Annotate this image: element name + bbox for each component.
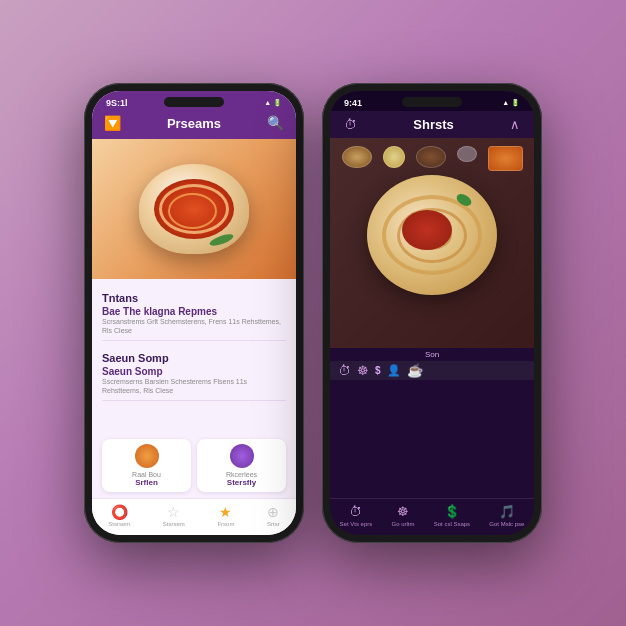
stat1-box[interactable]: Raal Bou Srflen xyxy=(102,439,191,492)
nav2-item-3[interactable]: 💲 Sot csl Ssaps xyxy=(434,504,470,528)
status-bar-right: 9:41 ▲ 🔋 xyxy=(330,91,534,111)
timer-icon-right[interactable]: ⏱ xyxy=(344,117,357,132)
item2-desc: Sscremserns Barslen Schesterems Flsens 1… xyxy=(102,377,286,395)
nav2-icon-1: ⏱ xyxy=(349,504,362,519)
phones-container: 9S:1l ▲ 🔋 🔽 Prseams 🔍 xyxy=(64,63,562,563)
hero-image-right xyxy=(330,138,534,348)
app-title-right: Shrsts xyxy=(413,117,453,132)
nav-item-1[interactable]: ⭕ Stsrsem xyxy=(108,504,130,527)
content-area-left: Tntans Bae The klagna Repmes Scrsanstrem… xyxy=(92,279,296,433)
nav2-item-2[interactable]: ☸ Go urltm xyxy=(392,504,415,528)
settings-icon: ☸ xyxy=(357,363,369,378)
status-icons-right: ▲ 🔋 xyxy=(502,99,520,107)
nav-icon-2: ☆ xyxy=(167,504,180,520)
small-bowl-3 xyxy=(416,146,446,168)
status-icons-left: ▲ 🔋 xyxy=(264,99,282,107)
nav-label-3: Frsom xyxy=(217,521,234,527)
stat2-label: Rkcerlees xyxy=(202,471,281,478)
price-row: ⏱ ☸ $ 👤 ☕ xyxy=(330,361,534,380)
pasta-sauce xyxy=(402,210,452,250)
nav2-label-2: Go urltm xyxy=(392,521,415,528)
food-content xyxy=(154,179,234,239)
nav-item-3[interactable]: ★ Frsom xyxy=(217,504,234,527)
nav2-label-4: Got Mslc pse xyxy=(489,521,524,528)
stat1-circle xyxy=(135,444,159,468)
nav-item-2[interactable]: ☆ Stsrsem xyxy=(163,504,185,527)
status-time-right: 9:41 xyxy=(344,98,362,108)
bottom-nav-left: ⭕ Stsrsem ☆ Stsrsem ★ Frsom ⊕ Srtsr xyxy=(92,498,296,535)
stat1-label: Raal Bou xyxy=(107,471,186,478)
son-label: Son xyxy=(330,348,534,361)
stats-row: Raal Bou Srflen Rkcerlees Stersfly xyxy=(92,433,296,498)
glass-bowl xyxy=(457,146,477,162)
app-header-right: ⏱ Shrsts ∧ xyxy=(330,111,534,138)
hero-image-left xyxy=(92,139,296,279)
nav-label-2: Stsrsem xyxy=(163,521,185,527)
status-bar-left: 9S:1l ▲ 🔋 xyxy=(92,91,296,111)
top-bowls-row xyxy=(330,138,534,175)
nav2-item-1[interactable]: ⏱ Set Vts eprs xyxy=(340,504,373,528)
main-pasta-bowl xyxy=(367,175,497,295)
stat2-value: Stersfly xyxy=(202,478,281,487)
nav2-item-4[interactable]: 🎵 Got Mslc pse xyxy=(489,504,524,528)
nav-icon-1: ⭕ xyxy=(111,504,128,520)
nav-item-4[interactable]: ⊕ Srtsr xyxy=(267,504,280,527)
phone-left-screen: 9S:1l ▲ 🔋 🔽 Prseams 🔍 xyxy=(92,91,296,535)
price-value: $ xyxy=(375,365,381,376)
nav2-icon-3: 💲 xyxy=(444,504,460,519)
bread-item xyxy=(488,146,523,171)
chevron-up-icon[interactable]: ∧ xyxy=(510,117,520,132)
status-time-left: 9S:1l xyxy=(106,98,128,108)
nav2-icon-4: 🎵 xyxy=(499,504,515,519)
search-icon-left[interactable]: 🔍 xyxy=(267,115,284,131)
phone-left: 9S:1l ▲ 🔋 🔽 Prseams 🔍 xyxy=(84,83,304,543)
item2-name[interactable]: Saeun Somp xyxy=(102,366,286,377)
small-bowl-1 xyxy=(342,146,372,168)
back-icon-left[interactable]: 🔽 xyxy=(104,115,121,131)
clock-icon: ⏱ xyxy=(338,363,351,378)
section1-title: Tntans xyxy=(102,292,286,304)
nav-icon-4: ⊕ xyxy=(267,504,279,520)
cup-icon: ☕ xyxy=(407,363,423,378)
nav2-icon-2: ☸ xyxy=(397,504,409,519)
app-header-left: 🔽 Prseams 🔍 xyxy=(92,111,296,139)
nav2-label-3: Sot csl Ssaps xyxy=(434,521,470,528)
stat2-circle xyxy=(230,444,254,468)
stat1-value: Srflen xyxy=(107,478,186,487)
noodle-spiral xyxy=(159,184,229,234)
stat2-box[interactable]: Rkcerlees Stersfly xyxy=(197,439,286,492)
phone-right-screen: 9:41 ▲ 🔋 ⏱ Shrsts ∧ xyxy=(330,91,534,535)
item1-name[interactable]: Bae The klagna Repmes xyxy=(102,306,286,317)
section1: Tntans Bae The klagna Repmes Scrsanstrem… xyxy=(102,287,286,341)
section2-title: Saeun Somp xyxy=(102,352,286,364)
nav-icon-3: ★ xyxy=(219,504,232,520)
item1-desc: Scrsanstrems Grlt Schemsterens, Frens 11… xyxy=(102,317,286,335)
section2: Saeun Somp Saeun Somp Sscremserns Barsle… xyxy=(102,347,286,401)
bottom-nav-right: ⏱ Set Vts eprs ☸ Go urltm 💲 Sot csl Ssap… xyxy=(330,498,534,535)
food-bowl xyxy=(139,164,249,254)
small-bowl-2 xyxy=(383,146,405,168)
nav-label-4: Srtsr xyxy=(267,521,280,527)
nav-label-1: Stsrsem xyxy=(108,521,130,527)
phone-right: 9:41 ▲ 🔋 ⏱ Shrsts ∧ xyxy=(322,83,542,543)
nav2-label-1: Set Vts eprs xyxy=(340,521,373,528)
profile-icon: 👤 xyxy=(387,364,401,377)
app-title-left: Prseams xyxy=(167,116,221,131)
